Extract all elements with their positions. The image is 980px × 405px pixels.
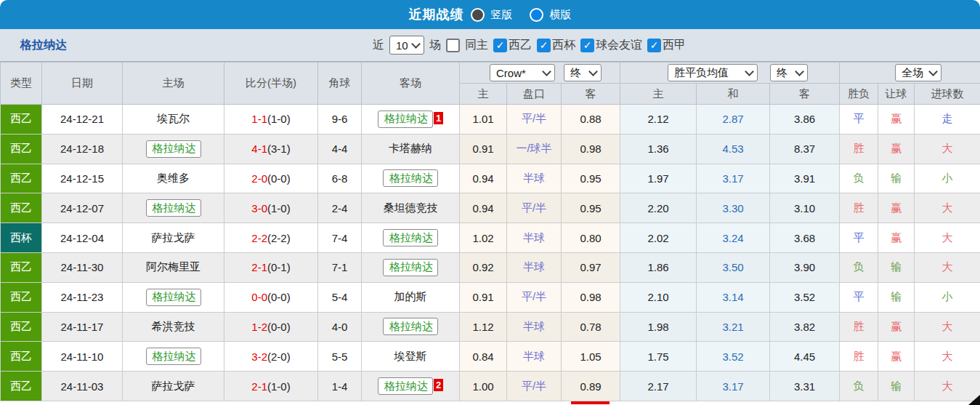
cell-corners: 9-6 — [318, 105, 362, 135]
cell-avg-draw: 3.21 — [697, 312, 770, 342]
team-name[interactable]: 格拉纳达 — [383, 169, 438, 187]
layout-horizontal-label[interactable]: 横版 — [550, 8, 572, 22]
cell-avg-draw: 3.50 — [697, 252, 770, 282]
layout-vertical-label[interactable]: 竖版 — [491, 8, 513, 22]
league-checkbox-xibei[interactable] — [537, 39, 551, 52]
team-rank-badge: 2 — [434, 379, 443, 391]
average-type-select[interactable]: 胜平负均值 — [668, 64, 758, 81]
same-home-checkbox[interactable] — [446, 39, 460, 52]
team-name[interactable]: 卡塔赫纳 — [389, 142, 432, 154]
league-checkbox-xijia[interactable] — [647, 39, 661, 52]
cell-away-team[interactable]: 卡塔赫纳 — [362, 134, 460, 164]
cell-away-team[interactable]: 格拉纳达1 — [362, 105, 460, 135]
cell-score: 2-2(2-2) — [224, 223, 318, 253]
cell-away-team[interactable]: 加的斯 — [362, 282, 460, 312]
cell-handicap: 平/半 — [507, 105, 562, 135]
cell-home-team[interactable]: 萨拉戈萨 — [123, 223, 224, 253]
match-scope-select[interactable]: 全场 — [895, 64, 941, 81]
league-checkbox-xiyi[interactable] — [493, 39, 507, 52]
cell-avg-home: 1.98 — [620, 312, 697, 342]
cell-avg-draw: 3.17 — [697, 164, 770, 193]
cell-home-team[interactable]: 格拉纳达 — [123, 342, 224, 372]
cell-result-handicap: 输 — [878, 282, 915, 312]
cell-home-team[interactable]: 格拉纳达 — [123, 282, 224, 312]
cell-result-handicap: 赢 — [878, 105, 915, 135]
layout-horizontal-radio[interactable] — [530, 8, 543, 22]
team-name[interactable]: 格拉纳达 — [383, 318, 438, 335]
fulltime-score: 3-2 — [251, 350, 267, 363]
cell-home-team[interactable]: 奥维多 — [123, 164, 224, 193]
fulltime-score: 2-1 — [251, 380, 267, 393]
table-row: 西乙24-11-23格拉纳达0-0(0-0)5-4加的斯0.91平/半0.982… — [1, 282, 980, 312]
recent-results-panel: 近期战绩 竖版 横版 格拉纳达 近 10 场 同主 西乙 西杯 — [0, 0, 980, 405]
team-name[interactable]: 格拉纳达 — [146, 289, 201, 306]
cell-result-goals: 大 — [915, 252, 980, 282]
team-name[interactable]: 格拉纳达 — [146, 199, 201, 217]
team-name[interactable]: 希洪竞技 — [152, 320, 195, 332]
col-header-date: 日期 — [42, 63, 123, 105]
cell-away-team[interactable]: 格拉纳达2 — [362, 372, 460, 401]
team-name[interactable]: 萨拉戈萨 — [152, 231, 195, 244]
table-row: 西乙24-11-17希洪竞技1-2(0-0)4-0格拉纳达1.12半球0.781… — [1, 312, 980, 342]
team-name[interactable]: 格拉纳达 — [146, 140, 201, 158]
cell-home-team[interactable]: 格拉纳达 — [123, 134, 224, 164]
cell-odds-away: 0.89 — [562, 372, 620, 401]
cell-home-team[interactable]: 埃瓦尔 — [123, 105, 224, 135]
cell-odds-away: 0.97 — [562, 252, 620, 282]
cell-away-team[interactable]: 格拉纳达 — [362, 312, 460, 342]
cell-odds-home: 0.91 — [460, 134, 507, 164]
cell-league-type: 西乙 — [1, 105, 42, 135]
table-row: 西乙24-11-10格拉纳达3-2(2-0)5-5埃登斯0.84半球1.051.… — [1, 342, 980, 372]
team-name[interactable]: 阿尔梅里亚 — [146, 260, 201, 273]
cell-home-team[interactable]: 格拉纳达 — [123, 193, 224, 223]
recent-count-select[interactable]: 10 — [389, 36, 424, 55]
cell-handicap: 平/半 — [507, 372, 562, 401]
cell-result-handicap: 输 — [878, 164, 915, 193]
col-header-avg-draw: 和 — [697, 84, 770, 105]
cell-league-type: 西乙 — [1, 282, 42, 312]
team-rank-badge: 1 — [434, 112, 443, 124]
col-header-score: 比分(半场) — [224, 63, 318, 105]
cell-away-team[interactable]: 格拉纳达 — [362, 223, 460, 253]
fulltime-score: 2-0 — [251, 172, 267, 185]
cell-home-team[interactable]: 阿尔梅里亚 — [123, 252, 224, 282]
cell-odds-home: 1.01 — [460, 105, 507, 135]
results-table-wrap: 类型 日期 主场 比分(半场) 角球 客场 Crow* 终 — [0, 61, 980, 401]
cell-away-team[interactable]: 格拉纳达 — [362, 164, 460, 193]
layout-vertical-radio[interactable] — [471, 8, 485, 22]
team-name[interactable]: 埃登斯 — [394, 350, 427, 362]
fulltime-score: 4-1 — [251, 143, 267, 155]
cell-odds-away: 0.88 — [562, 105, 620, 135]
team-name[interactable]: 萨拉戈萨 — [152, 380, 195, 392]
fulltime-score: 2-2 — [251, 232, 267, 244]
col-header-type: 类型 — [1, 63, 42, 105]
cell-home-team[interactable]: 希洪竞技 — [123, 312, 224, 342]
team-name[interactable]: 格拉纳达 — [383, 229, 438, 246]
odds-time-select-1[interactable]: 终 — [564, 64, 602, 81]
odds-time-select-2[interactable]: 终 — [770, 64, 808, 81]
cell-away-team[interactable]: 桑坦德竞技 — [362, 193, 460, 223]
team-name[interactable]: 奥维多 — [157, 172, 190, 184]
cell-odds-away: 0.98 — [562, 282, 620, 312]
cell-away-team[interactable]: 埃登斯 — [362, 342, 460, 372]
team-name[interactable]: 格拉纳达 — [146, 348, 201, 365]
cell-home-team[interactable]: 萨拉戈萨 — [123, 372, 224, 401]
table-row: 西乙24-11-30阿尔梅里亚2-1(0-1)7-1格拉纳达0.92半球0.97… — [1, 252, 980, 282]
table-row: 西乙24-12-21埃瓦尔1-1(1-0)9-6格拉纳达11.01平/半0.88… — [1, 105, 980, 135]
games-label: 场 — [429, 38, 441, 53]
cell-avg-home: 2.02 — [620, 223, 697, 253]
average-select-cell: 胜平负均值 终 — [620, 63, 840, 84]
col-header-wdl: 胜负 — [840, 84, 878, 105]
team-name[interactable]: 桑坦德竞技 — [384, 201, 438, 214]
league-checkbox-friendly[interactable] — [580, 39, 594, 52]
cell-result-wdl: 平 — [840, 282, 878, 312]
team-name[interactable]: 格拉纳达 — [383, 259, 438, 276]
table-row: 西乙24-12-18格拉纳达4-1(3-1)4-4卡塔赫纳0.91一/球半0.9… — [1, 134, 980, 164]
bookmaker-select[interactable]: Crow* — [490, 64, 555, 81]
team-name[interactable]: 格拉纳达 — [378, 377, 433, 395]
cell-away-team[interactable]: 格拉纳达 — [362, 252, 460, 282]
team-name[interactable]: 格拉纳达 — [378, 111, 433, 128]
cell-result-handicap: 赢 — [878, 193, 915, 223]
team-name[interactable]: 埃瓦尔 — [157, 112, 190, 124]
team-name[interactable]: 加的斯 — [394, 290, 427, 302]
